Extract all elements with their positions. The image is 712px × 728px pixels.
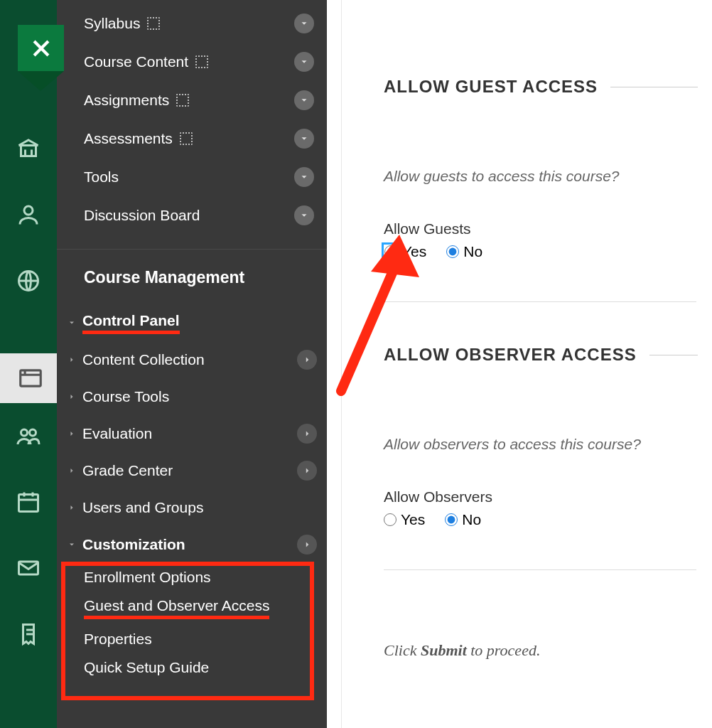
radio-input[interactable] xyxy=(446,245,459,258)
chevron-down-icon[interactable] xyxy=(294,167,314,187)
separator xyxy=(384,301,696,302)
chevron-down-icon[interactable] xyxy=(294,52,314,72)
content-divider xyxy=(341,0,342,728)
menu-item-tools[interactable]: Tools xyxy=(57,158,327,196)
menu-item-course-content[interactable]: Course Content xyxy=(57,43,327,81)
rule xyxy=(610,87,698,87)
cp-label: Evaluation xyxy=(80,425,297,442)
go-icon[interactable] xyxy=(297,461,317,481)
menu-item-syllabus[interactable]: Syllabus xyxy=(57,4,327,43)
menu-item-assessments[interactable]: Assessments xyxy=(57,119,327,158)
svg-point-3 xyxy=(21,429,28,436)
go-icon[interactable] xyxy=(297,424,317,444)
chevron-down-icon[interactable] xyxy=(294,14,314,33)
radio-group-guests: Yes No xyxy=(384,243,698,260)
section-desc-observer: Allow observers to access this course? xyxy=(384,436,698,453)
chevron-right-icon xyxy=(64,355,80,364)
field-label-guests: Allow Guests xyxy=(384,220,698,237)
messages-icon[interactable] xyxy=(15,555,42,582)
calendar-icon[interactable] xyxy=(15,488,42,515)
svg-point-0 xyxy=(24,206,33,215)
chevron-right-icon xyxy=(64,429,80,438)
courses-icon-active[interactable] xyxy=(0,353,60,403)
menu-item-discussion-board[interactable]: Discussion Board xyxy=(57,196,327,235)
radio-input[interactable] xyxy=(384,245,397,258)
menu-item-label: Assignments xyxy=(84,92,169,109)
chevron-down-icon[interactable] xyxy=(294,90,314,110)
cp-label: Customization xyxy=(80,536,297,553)
content-indicator-icon xyxy=(176,94,189,107)
cp-content-collection[interactable]: Content Collection xyxy=(57,341,327,378)
content-indicator-icon xyxy=(180,132,193,145)
profile-icon[interactable] xyxy=(15,201,42,228)
control-panel-toggle[interactable]: Control Panel xyxy=(57,304,327,341)
svg-rect-5 xyxy=(19,495,38,512)
sub-properties[interactable]: Properties xyxy=(57,625,327,653)
sub-guest-observer-access[interactable]: Guest and Observer Access xyxy=(57,592,327,625)
menu-item-assignments[interactable]: Assignments xyxy=(57,81,327,119)
radio-observers-yes[interactable]: Yes xyxy=(384,511,425,528)
course-management-header: Course Management xyxy=(57,250,327,304)
section-title-observer: ALLOW OBSERVER ACCESS xyxy=(384,345,637,365)
course-menu: Syllabus Course Content Assignments Asse… xyxy=(57,0,327,249)
go-icon[interactable] xyxy=(297,535,317,555)
svg-rect-2 xyxy=(20,370,41,386)
main-content: ALLOW GUEST ACCESS Allow guests to acces… xyxy=(327,0,712,728)
radio-observers-no[interactable]: No xyxy=(445,511,481,528)
chevron-down-icon[interactable] xyxy=(294,129,314,149)
radio-input[interactable] xyxy=(445,513,458,526)
menu-item-label: Assessments xyxy=(84,130,173,147)
course-sidebar: Syllabus Course Content Assignments Asse… xyxy=(57,0,327,728)
grades-icon[interactable] xyxy=(15,621,42,648)
radio-group-observers: Yes No xyxy=(384,511,698,528)
sub-quick-setup[interactable]: Quick Setup Guide xyxy=(57,653,327,682)
content-indicator-icon xyxy=(147,17,160,30)
cp-course-tools[interactable]: Course Tools xyxy=(57,378,327,415)
close-button-pointer xyxy=(18,71,64,91)
menu-item-label: Course Content xyxy=(84,53,188,70)
cp-label: Users and Groups xyxy=(80,499,317,516)
chevron-down-icon xyxy=(64,540,80,549)
chevron-down-icon[interactable] xyxy=(294,205,314,225)
menu-item-label: Discussion Board xyxy=(84,207,200,224)
submit-note: Click Submit to proceed. xyxy=(327,641,712,660)
cp-evaluation[interactable]: Evaluation xyxy=(57,415,327,452)
cp-label: Course Tools xyxy=(80,388,317,405)
close-button[interactable] xyxy=(18,25,64,71)
content-indicator-icon xyxy=(195,55,208,68)
institution-icon[interactable] xyxy=(15,135,42,162)
cp-users-groups[interactable]: Users and Groups xyxy=(57,489,327,526)
globe-icon[interactable] xyxy=(15,267,42,294)
chevron-right-icon xyxy=(64,466,80,475)
radio-guests-yes[interactable]: Yes xyxy=(384,243,426,260)
chevron-right-icon xyxy=(64,503,80,512)
control-panel-label: Control Panel xyxy=(82,312,180,334)
menu-item-label: Syllabus xyxy=(84,15,140,32)
nav-rail xyxy=(0,0,57,728)
radio-input[interactable] xyxy=(384,513,397,526)
cp-grade-center[interactable]: Grade Center xyxy=(57,452,327,489)
radio-guests-no[interactable]: No xyxy=(446,243,482,260)
section-title-guest: ALLOW GUEST ACCESS xyxy=(384,77,598,97)
go-icon[interactable] xyxy=(297,350,317,370)
field-label-observers: Allow Observers xyxy=(384,488,698,505)
menu-item-label: Tools xyxy=(84,168,119,186)
svg-point-4 xyxy=(30,429,36,436)
chevron-right-icon xyxy=(64,392,80,401)
groups-icon[interactable] xyxy=(15,422,42,449)
cp-label: Grade Center xyxy=(80,462,297,479)
chevron-down-icon xyxy=(64,318,80,327)
rule xyxy=(649,355,698,355)
cp-label: Content Collection xyxy=(80,351,297,368)
sub-enrollment-options[interactable]: Enrollment Options xyxy=(57,563,327,592)
separator xyxy=(384,569,696,570)
cp-customization[interactable]: Customization xyxy=(57,526,327,563)
close-icon xyxy=(29,36,53,60)
annotation-radio-highlight xyxy=(384,245,398,259)
section-desc-guest: Allow guests to access this course? xyxy=(384,168,698,185)
